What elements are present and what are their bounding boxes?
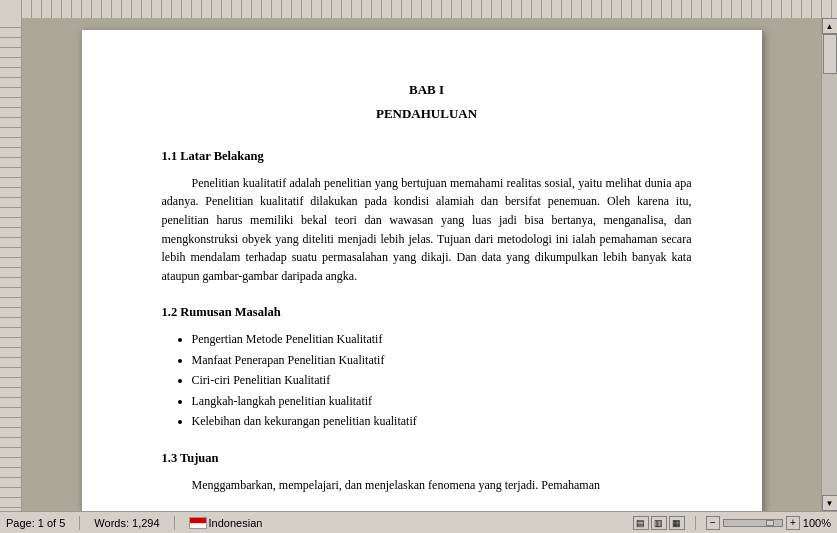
ruler-horizontal bbox=[22, 0, 837, 18]
ruler-v-markings bbox=[0, 18, 21, 511]
view-btn-1[interactable]: ▤ bbox=[633, 516, 649, 530]
list-item: Kelebihan dan kekurangan penelitian kual… bbox=[192, 412, 692, 431]
doc-title-line2: PENDAHULUAN bbox=[162, 104, 692, 124]
list-item: Ciri-ciri Penelitian Kualitatif bbox=[192, 371, 692, 390]
statusbar-left: Page: 1 of 5 Words: 1,294 Indonesian bbox=[6, 516, 633, 530]
language-selector[interactable]: Indonesian bbox=[189, 517, 263, 529]
zoom-slider-thumb[interactable] bbox=[766, 520, 774, 526]
main-area: BAB I PENDAHULUAN 1.1 Latar Belakang Pen… bbox=[0, 18, 837, 511]
scroll-track[interactable] bbox=[822, 34, 838, 495]
section-1-1-heading: 1.1 Latar Belakang bbox=[162, 147, 692, 166]
zoom-slider[interactable] bbox=[723, 519, 783, 527]
zoom-level: 100% bbox=[803, 517, 831, 529]
list-item: Pengertian Metode Penelitian Kualitatif bbox=[192, 330, 692, 349]
ruler-corner bbox=[0, 0, 22, 18]
section-1-3-heading: 1.3 Tujuan bbox=[162, 449, 692, 468]
scroll-down-button[interactable]: ▼ bbox=[822, 495, 838, 511]
document-scroll-area[interactable]: BAB I PENDAHULUAN 1.1 Latar Belakang Pen… bbox=[22, 18, 821, 511]
view-btn-3[interactable]: ▦ bbox=[669, 516, 685, 530]
language-flag bbox=[189, 517, 207, 529]
language-label: Indonesian bbox=[209, 517, 263, 529]
sep-2 bbox=[174, 516, 175, 530]
section-1-2-bullets: Pengertian Metode Penelitian Kualitatif … bbox=[192, 330, 692, 431]
section-1-3-paragraph: Menggambarkan, mempelajari, dan menjelas… bbox=[162, 476, 692, 495]
sep-3 bbox=[695, 516, 696, 530]
scroll-up-button[interactable]: ▲ bbox=[822, 18, 838, 34]
list-item: Langkah-langkah penelitian kualitatif bbox=[192, 392, 692, 411]
view-buttons[interactable]: ▤ ▥ ▦ bbox=[633, 516, 685, 530]
statusbar-right: ▤ ▥ ▦ − + 100% bbox=[633, 516, 831, 530]
ruler-vertical bbox=[0, 18, 22, 511]
list-item: Manfaat Penerapan Penelitian Kualitatif bbox=[192, 351, 692, 370]
page-info: Page: 1 of 5 bbox=[6, 517, 65, 529]
statusbar: Page: 1 of 5 Words: 1,294 Indonesian ▤ ▥… bbox=[0, 511, 837, 533]
words-info: Words: 1,294 bbox=[94, 517, 159, 529]
section-1-2-heading: 1.2 Rumusan Masalah bbox=[162, 303, 692, 322]
zoom-minus-button[interactable]: − bbox=[706, 516, 720, 530]
zoom-controls[interactable]: − + 100% bbox=[706, 516, 831, 530]
ruler-h-markings bbox=[22, 0, 837, 18]
scroll-thumb[interactable] bbox=[823, 34, 837, 74]
doc-title-line1: BAB I bbox=[162, 80, 692, 100]
section-1-1-paragraph: Penelitian kualitatif adalah penelitian … bbox=[162, 174, 692, 286]
document-page: BAB I PENDAHULUAN 1.1 Latar Belakang Pen… bbox=[82, 30, 762, 511]
scrollbar-vertical[interactable]: ▲ ▼ bbox=[821, 18, 837, 511]
view-btn-2[interactable]: ▥ bbox=[651, 516, 667, 530]
sep-1 bbox=[79, 516, 80, 530]
ruler-top bbox=[0, 0, 837, 18]
zoom-plus-button[interactable]: + bbox=[786, 516, 800, 530]
